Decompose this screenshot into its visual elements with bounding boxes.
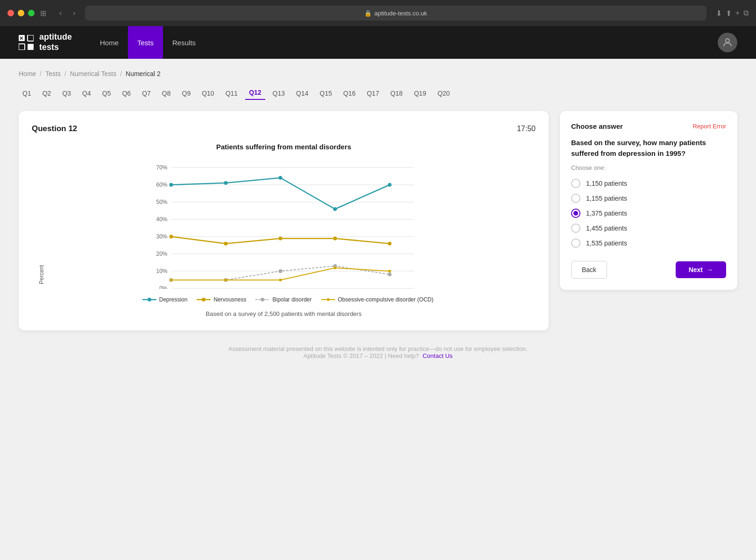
svg-text:10%: 10% [156, 268, 167, 274]
svg-point-45 [279, 279, 282, 281]
window-button[interactable]: ⧉ [743, 9, 749, 18]
q-btn-17[interactable]: Q17 [363, 87, 382, 100]
svg-text:20%: 20% [156, 251, 167, 257]
logo-icon: ✕ [19, 35, 34, 50]
close-button[interactable] [7, 10, 14, 16]
svg-point-47 [389, 270, 391, 273]
svg-rect-4 [28, 44, 34, 50]
chart-container: Patients suffering from mental disorders… [32, 143, 536, 317]
question-nav: Q1 Q2 Q3 Q4 Q5 Q6 Q7 Q8 Q9 Q10 Q11 Q12 Q… [19, 87, 737, 100]
option-5[interactable]: 1,535 patients [571, 238, 726, 248]
q-btn-19[interactable]: Q19 [410, 87, 430, 100]
traffic-lights [7, 10, 35, 16]
q-btn-20[interactable]: Q20 [434, 87, 453, 100]
choose-answer-label: Choose answer [571, 122, 623, 130]
radio-2[interactable] [571, 194, 580, 203]
answer-question-text: Based on the survey, how many patients s… [571, 138, 726, 159]
q-btn-10[interactable]: Q10 [198, 87, 218, 100]
q-btn-7[interactable]: Q7 [138, 87, 155, 100]
address-bar[interactable]: 🔒 aptitude-tests.co.uk [85, 6, 707, 21]
arrow-right-icon: → [707, 266, 713, 273]
chart-legend: Depression Nervousness [45, 296, 531, 303]
svg-text:✕: ✕ [19, 35, 23, 41]
user-avatar[interactable] [718, 33, 737, 52]
copyright-text: Aptitude Tests © 2017 – 2022 | Need help… [304, 352, 419, 359]
q-btn-16[interactable]: Q16 [339, 87, 359, 100]
content-area: Question 12 17:50 Patients suffering fro… [19, 111, 737, 330]
legend-ocd: Obsessive-compulsive disorder (OCD) [321, 296, 434, 303]
contact-link[interactable]: Contact Us [423, 352, 452, 359]
logo[interactable]: ✕ aptitude tests [19, 32, 72, 52]
q-btn-8[interactable]: Q8 [158, 87, 175, 100]
breadcrumb-tests[interactable]: Tests [45, 70, 61, 77]
radio-3[interactable] [571, 209, 580, 218]
chart-title: Patients suffering from mental disorders [36, 143, 531, 151]
nav-tests[interactable]: Tests [128, 26, 163, 59]
answer-footer: Back Next → [571, 261, 726, 279]
next-button[interactable]: Next → [676, 261, 726, 278]
minimize-button[interactable] [18, 10, 24, 16]
chart-main: 70% 60% 50% 40% 30% 20% 10% 0% 1985 1990 [45, 158, 531, 303]
radio-1[interactable] [571, 179, 580, 188]
q-btn-13[interactable]: Q13 [269, 87, 289, 100]
share-button[interactable]: ⬆ [726, 9, 732, 18]
svg-point-44 [225, 279, 227, 281]
svg-rect-2 [28, 35, 34, 41]
breadcrumb-numerical-tests[interactable]: Numerical Tests [70, 70, 116, 77]
download-button[interactable]: ⬇ [716, 9, 722, 18]
q-btn-5[interactable]: Q5 [99, 87, 115, 100]
q-btn-1[interactable]: Q1 [19, 87, 35, 100]
question-title: Question 12 [32, 124, 77, 133]
sidebar-toggle-button[interactable]: ⊞ [40, 9, 46, 18]
radio-5[interactable] [571, 238, 580, 248]
svg-point-51 [202, 298, 205, 301]
nav-home[interactable]: Home [91, 26, 128, 59]
url-text: aptitude-tests.co.uk [374, 10, 427, 17]
svg-point-43 [170, 279, 173, 281]
svg-text:30%: 30% [156, 233, 167, 240]
back-button[interactable]: Back [571, 261, 607, 279]
report-error-link[interactable]: Report Error [692, 123, 726, 130]
radio-4[interactable] [571, 224, 580, 233]
answer-header: Choose answer Report Error [571, 122, 726, 130]
legend-depression-icon [142, 297, 156, 302]
option-2[interactable]: 1,155 patients [571, 194, 726, 203]
q-btn-3[interactable]: Q3 [58, 87, 75, 100]
timer: 17:50 [517, 125, 536, 133]
svg-point-32 [388, 183, 392, 187]
site-footer: Assessment material presented on this we… [19, 330, 737, 371]
nav-results[interactable]: Results [163, 26, 205, 59]
svg-point-35 [279, 237, 283, 240]
option-1-label: 1,150 patients [586, 180, 627, 187]
option-4[interactable]: 1,455 patients [571, 224, 726, 233]
option-3[interactable]: 1,375 patients [571, 209, 726, 218]
forward-browser-button[interactable]: › [69, 7, 79, 19]
q-btn-11[interactable]: Q11 [222, 87, 241, 100]
svg-text:50%: 50% [156, 199, 167, 205]
new-tab-button[interactable]: + [735, 9, 740, 18]
q-btn-4[interactable]: Q4 [78, 87, 95, 100]
logo-text: aptitude tests [39, 32, 72, 52]
maximize-button[interactable] [28, 10, 35, 16]
q-btn-6[interactable]: Q6 [118, 87, 134, 100]
legend-nervousness-icon [197, 297, 211, 302]
chart-area: Percent [36, 158, 531, 303]
back-browser-button[interactable]: ‹ [56, 7, 65, 19]
q-btn-2[interactable]: Q2 [39, 87, 55, 100]
q-btn-9[interactable]: Q9 [178, 87, 195, 100]
q-btn-15[interactable]: Q15 [316, 87, 336, 100]
question-header: Question 12 17:50 [32, 124, 536, 133]
svg-point-31 [333, 207, 337, 211]
svg-text:0%: 0% [159, 285, 168, 289]
q-btn-18[interactable]: Q18 [387, 87, 406, 100]
q-btn-14[interactable]: Q14 [292, 87, 312, 100]
svg-point-49 [148, 298, 151, 301]
answer-panel: Choose answer Report Error Based on the … [560, 111, 737, 290]
option-1[interactable]: 1,150 patients [571, 179, 726, 188]
legend-bipolar-icon [255, 297, 269, 302]
browser-chrome: ⊞ ‹ › 🔒 aptitude-tests.co.uk ⬇ ⬆ + ⧉ [0, 0, 756, 26]
radio-3-fill [573, 211, 578, 216]
question-card: Question 12 17:50 Patients suffering fro… [19, 111, 549, 330]
q-btn-12[interactable]: Q12 [245, 87, 265, 100]
breadcrumb-home[interactable]: Home [19, 70, 36, 77]
